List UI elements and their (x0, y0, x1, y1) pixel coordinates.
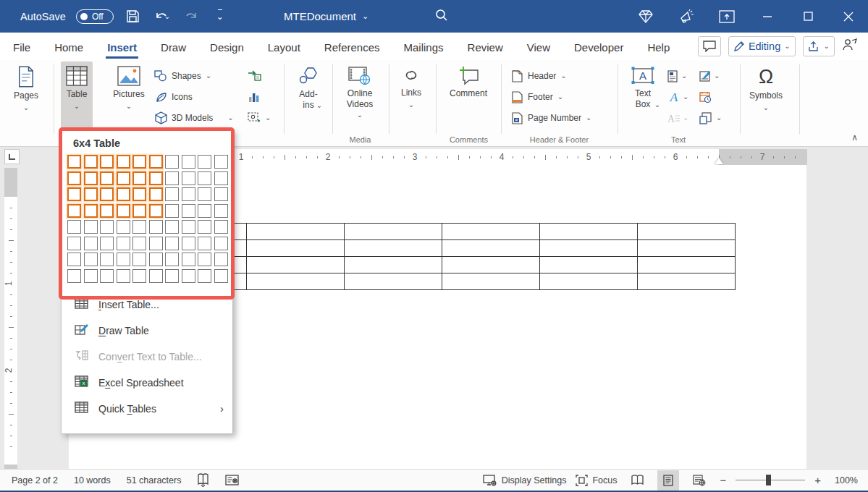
grid-cell-5x5[interactable] (132, 220, 146, 234)
maximize-button[interactable] (797, 6, 819, 27)
table-cell[interactable] (638, 273, 736, 290)
vertical-ruler[interactable]: 12 (4, 168, 17, 470)
grid-cell-5x4[interactable] (132, 204, 146, 218)
table-cell[interactable] (540, 273, 638, 290)
minimize-button[interactable] (757, 6, 778, 27)
grid-cell-10x5[interactable] (214, 220, 228, 234)
grid-cell-8x7[interactable] (182, 253, 195, 266)
page-indicator[interactable]: Page 2 of 2 (12, 475, 58, 485)
read-mode-button[interactable] (626, 470, 648, 491)
undo-button[interactable]: ⌄ (153, 7, 172, 26)
table-cell[interactable] (345, 240, 442, 257)
grid-cell-5x2[interactable] (132, 171, 146, 185)
grid-cell-3x6[interactable] (100, 237, 114, 250)
collapse-ribbon-icon[interactable]: ∧ (851, 132, 858, 143)
grid-cell-1x3[interactable] (67, 187, 81, 201)
grid-cell-3x2[interactable] (100, 171, 114, 185)
grid-cell-7x4[interactable] (165, 204, 179, 218)
character-count[interactable]: 51 characters (127, 475, 182, 485)
grid-cell-2x7[interactable] (84, 253, 98, 266)
grid-cell-9x2[interactable] (198, 171, 211, 185)
web-layout-button[interactable] (688, 470, 710, 491)
right-indent-marker[interactable] (715, 158, 723, 164)
pictures-button[interactable]: Pictures ⌄ (110, 62, 148, 130)
grid-cell-4x1[interactable] (117, 155, 130, 169)
footer-button[interactable]: Footer ⌄ (510, 87, 563, 107)
grid-cell-8x4[interactable] (182, 204, 195, 218)
grid-cell-5x1[interactable] (132, 155, 146, 169)
document-title[interactable]: MTEDocument ⌄ (284, 0, 368, 33)
grid-cell-4x8[interactable] (117, 269, 130, 283)
proofing-icon[interactable] (197, 473, 209, 487)
tab-mailings[interactable]: Mailings (403, 35, 445, 58)
table-cell[interactable] (345, 224, 442, 240)
tab-design[interactable]: Design (208, 35, 245, 58)
smartart-button[interactable] (248, 66, 261, 86)
document-table[interactable] (148, 223, 736, 290)
table-cell[interactable] (442, 240, 540, 257)
tab-help[interactable]: Help (646, 35, 671, 58)
menu-item-draw-table[interactable]: Draw Table (62, 318, 232, 344)
grid-cell-7x2[interactable] (165, 171, 179, 185)
word-count[interactable]: 10 words (74, 475, 111, 485)
grid-cell-5x3[interactable] (132, 187, 146, 201)
grid-cell-7x1[interactable] (165, 155, 179, 169)
grid-cell-7x8[interactable] (165, 269, 179, 283)
grid-cell-4x2[interactable] (117, 171, 130, 185)
editing-mode-button[interactable]: Editing ⌄ (728, 36, 796, 56)
grid-cell-2x4[interactable] (84, 204, 98, 218)
grid-cell-2x6[interactable] (84, 237, 98, 250)
table-cell[interactable] (540, 224, 638, 240)
grid-cell-9x6[interactable] (198, 237, 211, 250)
table-cell[interactable] (638, 257, 736, 273)
table-cell[interactable] (442, 224, 540, 240)
table-cell[interactable] (247, 273, 345, 290)
text-box-button[interactable]: A Text Box ⌄ (624, 62, 662, 130)
grid-cell-4x7[interactable] (117, 253, 130, 266)
grid-cell-5x8[interactable] (132, 269, 146, 283)
grid-cell-3x7[interactable] (100, 253, 114, 266)
grid-cell-4x4[interactable] (117, 204, 130, 218)
tab-home[interactable]: Home (53, 35, 85, 58)
grid-cell-9x3[interactable] (198, 187, 211, 201)
screenshot-button[interactable]: ⌄ (248, 108, 271, 128)
header-button[interactable]: Header ⌄ (510, 66, 567, 86)
grid-cell-4x6[interactable] (117, 237, 130, 250)
autosave-toggle[interactable]: Off (76, 9, 114, 24)
tab-references[interactable]: References (323, 35, 382, 58)
grid-cell-2x5[interactable] (84, 220, 98, 234)
grid-cell-2x3[interactable] (84, 187, 98, 201)
print-layout-button[interactable] (657, 470, 679, 491)
object-button[interactable]: ⌄ (699, 108, 722, 128)
grid-cell-8x8[interactable] (182, 269, 195, 283)
ribbon-display-options-icon[interactable] (716, 6, 738, 27)
grid-cell-6x8[interactable] (149, 269, 163, 283)
zoom-slider-thumb[interactable] (766, 475, 771, 485)
menu-item-quick-tables[interactable]: Quick Tables› (62, 396, 232, 422)
grid-cell-6x7[interactable] (149, 253, 163, 266)
grid-cell-6x2[interactable] (149, 171, 163, 185)
tab-file[interactable]: File (12, 35, 32, 58)
customize-quick-access-icon[interactable]: ⌄ (211, 7, 229, 26)
grid-cell-1x8[interactable] (67, 269, 81, 283)
grid-cell-2x1[interactable] (84, 155, 98, 169)
grid-cell-3x8[interactable] (100, 269, 114, 283)
zoom-out-button[interactable]: − (720, 474, 726, 486)
grid-cell-5x7[interactable] (132, 253, 146, 266)
search-icon[interactable] (434, 8, 449, 22)
grid-cell-8x1[interactable] (182, 155, 195, 169)
table-cell[interactable] (345, 257, 442, 273)
grid-cell-6x4[interactable] (149, 204, 163, 218)
grid-cell-8x3[interactable] (182, 187, 195, 201)
date-time-button[interactable] (699, 87, 712, 107)
online-videos-button[interactable]: Online Videos ⌄ (337, 62, 382, 130)
grid-cell-2x8[interactable] (84, 269, 98, 283)
table-cell[interactable] (540, 257, 638, 273)
pages-button[interactable]: Pages ⌄ (9, 62, 43, 130)
tab-view[interactable]: View (526, 35, 552, 58)
grid-cell-1x4[interactable] (67, 204, 81, 218)
grid-cell-7x6[interactable] (165, 237, 179, 250)
macro-recording-icon[interactable] (225, 475, 239, 485)
table-cell[interactable] (247, 224, 345, 240)
grid-cell-8x6[interactable] (182, 237, 195, 250)
